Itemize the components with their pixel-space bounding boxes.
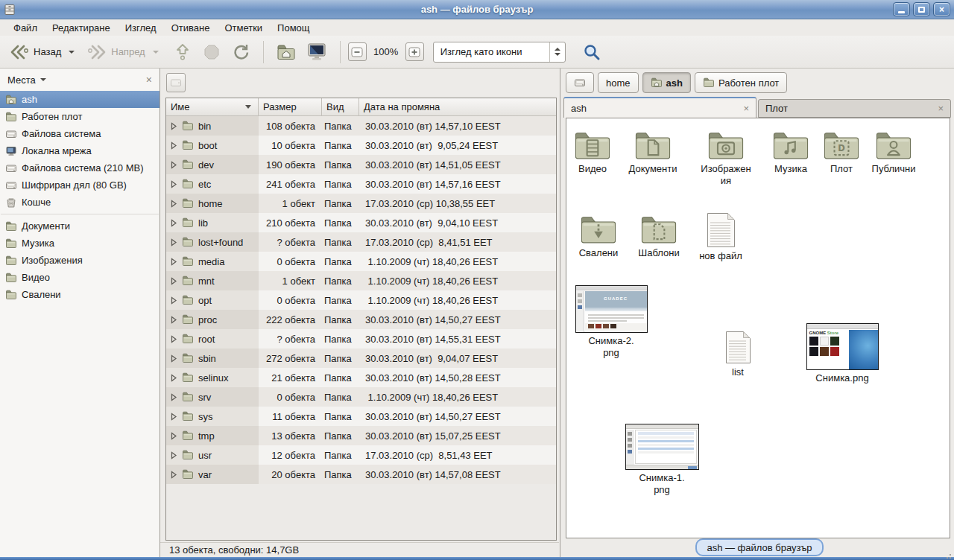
zoom-in-button[interactable] bbox=[405, 42, 424, 61]
sidebar-item[interactable]: Файлова система (210 MB) bbox=[0, 159, 159, 176]
menu-item[interactable]: Редактиране bbox=[45, 21, 118, 35]
expander-icon[interactable] bbox=[170, 141, 177, 150]
tab-close-icon[interactable]: × bbox=[933, 103, 944, 114]
table-row[interactable]: lost+found ? обекта Папка 17.03.2010 (ср… bbox=[166, 232, 556, 252]
stop-button[interactable] bbox=[198, 40, 226, 64]
forward-button[interactable]: Напред bbox=[82, 41, 150, 63]
taskbar-window-button[interactable]: ash — файлов браузър bbox=[695, 538, 824, 556]
expander-icon[interactable] bbox=[170, 161, 177, 169]
table-row[interactable]: sbin 272 обекта Папка 30.03.2010 (вт) 9,… bbox=[166, 349, 556, 368]
expander-icon[interactable] bbox=[170, 296, 177, 305]
home-button[interactable] bbox=[271, 40, 301, 64]
table-row[interactable]: media 0 обекта Папка 1.10.2009 (чт) 18,4… bbox=[166, 252, 556, 271]
place-icon bbox=[5, 162, 17, 174]
sidebar-item[interactable]: Документи bbox=[0, 217, 159, 235]
sidebar-item[interactable]: Музика bbox=[0, 235, 159, 252]
column-header-kind[interactable]: Вид bbox=[322, 98, 359, 115]
back-history-dropdown[interactable] bbox=[69, 51, 75, 54]
expander-icon[interactable] bbox=[170, 393, 177, 401]
minimize-button[interactable] bbox=[893, 2, 910, 16]
tab-close-icon[interactable]: × bbox=[739, 103, 749, 114]
expander-icon[interactable] bbox=[170, 374, 177, 382]
titlebar[interactable]: ash — файлов браузър × bbox=[0, 0, 954, 19]
expander-icon[interactable] bbox=[170, 451, 177, 459]
sidebar-item[interactable]: Видео bbox=[0, 269, 159, 286]
table-row[interactable]: opt 0 обекта Папка 1.10.2009 (чт) 18,40,… bbox=[166, 290, 556, 310]
table-row[interactable]: sys 11 обекта Папка 30.03.2010 (вт) 14,5… bbox=[166, 407, 556, 426]
icon-view[interactable]: Видео Документи Изображения Музика D Пло… bbox=[566, 118, 950, 538]
combo-spinner-icon[interactable] bbox=[549, 42, 565, 62]
table-row[interactable]: bin 108 обекта Папка 30.03.2010 (вт) 14,… bbox=[166, 116, 556, 136]
back-button[interactable]: Назад bbox=[4, 41, 66, 63]
table-row[interactable]: usr 12 обекта Папка 17.03.2010 (ср) 8,51… bbox=[166, 445, 556, 465]
breadcrumb-button[interactable]: home bbox=[598, 72, 639, 93]
sidebar-item[interactable]: Локална мрежа bbox=[0, 142, 159, 159]
resize-grip[interactable] bbox=[950, 554, 951, 556]
breadcrumb-button[interactable] bbox=[566, 72, 594, 93]
menu-item[interactable]: Отиване bbox=[164, 21, 218, 35]
table-row[interactable]: lib 210 обекта Папка 30.03.2010 (вт) 9,0… bbox=[166, 213, 556, 232]
expander-icon[interactable] bbox=[170, 413, 177, 421]
breadcrumb-button[interactable]: Работен плот bbox=[695, 72, 787, 93]
file-icon-item[interactable]: GNOME Store Снимка.png bbox=[797, 323, 887, 384]
file-icon-item[interactable]: Снимка-1.png bbox=[617, 424, 707, 497]
table-row[interactable]: root ? обекта Папка 30.03.2010 (вт) 14,5… bbox=[166, 329, 556, 349]
sidebar-item[interactable]: Работен плот bbox=[0, 108, 159, 125]
expander-icon[interactable] bbox=[170, 122, 177, 130]
menu-item[interactable]: Отметки bbox=[217, 21, 270, 35]
table-row[interactable]: home 1 обект Папка 17.03.2010 (ср) 10,38… bbox=[166, 194, 556, 213]
expander-icon[interactable] bbox=[170, 238, 177, 246]
sidebar-item[interactable]: Шифриран дял (80 GB) bbox=[0, 176, 159, 194]
expander-icon[interactable] bbox=[170, 180, 177, 188]
expander-icon[interactable] bbox=[170, 219, 177, 227]
expander-icon[interactable] bbox=[170, 316, 177, 324]
sidebar-item[interactable]: Файлова система bbox=[0, 125, 159, 142]
sidebar-item[interactable]: Изображения bbox=[0, 252, 159, 269]
column-header-size[interactable]: Размер bbox=[259, 98, 322, 115]
table-row[interactable]: etc 241 обекта Папка 30.03.2010 (вт) 14,… bbox=[166, 174, 556, 194]
maximize-button[interactable] bbox=[913, 2, 930, 16]
table-row[interactable]: mnt 1 обект Папка 1.10.2009 (чт) 18,40,2… bbox=[166, 271, 556, 290]
sidebar-item[interactable]: Кошче bbox=[0, 194, 159, 211]
table-row[interactable]: boot 10 обекта Папка 30.03.2010 (вт) 9,0… bbox=[166, 136, 556, 155]
sidebar-item[interactable]: Свалени bbox=[0, 286, 159, 303]
up-button[interactable] bbox=[168, 39, 198, 65]
menu-item[interactable]: Файл bbox=[6, 21, 45, 35]
menu-item[interactable]: Помощ bbox=[270, 21, 317, 35]
expander-icon[interactable] bbox=[170, 432, 177, 440]
table-row[interactable]: var 20 обекта Папка 30.03.2010 (вт) 14,5… bbox=[166, 465, 556, 484]
column-header-name[interactable]: Име bbox=[166, 98, 259, 115]
expander-icon[interactable] bbox=[170, 335, 177, 343]
zoom-out-button[interactable] bbox=[348, 42, 367, 61]
table-row[interactable]: selinux 21 обекта Папка 30.03.2010 (вт) … bbox=[166, 368, 556, 387]
file-icon-item[interactable]: Публични bbox=[849, 130, 938, 175]
breadcrumb-button[interactable]: ash bbox=[642, 72, 691, 93]
view-mode-select[interactable]: Изглед като икони bbox=[433, 42, 566, 63]
close-button[interactable]: × bbox=[933, 2, 950, 16]
expander-icon[interactable] bbox=[170, 258, 177, 266]
places-selector-caret-icon[interactable] bbox=[40, 78, 46, 81]
table-row[interactable]: dev 190 обекта Папка 30.03.2010 (вт) 14,… bbox=[166, 155, 556, 174]
sidebar-close-icon[interactable]: × bbox=[146, 74, 152, 86]
menu-item[interactable]: Изглед bbox=[118, 21, 164, 35]
root-location-button[interactable] bbox=[166, 73, 186, 92]
file-icon-item[interactable]: list bbox=[693, 331, 783, 378]
reload-button[interactable] bbox=[226, 39, 256, 65]
expander-icon[interactable] bbox=[170, 200, 177, 208]
sidebar-item[interactable]: ash bbox=[0, 91, 159, 108]
tab[interactable]: Плот × bbox=[758, 99, 951, 118]
tab[interactable]: ash × bbox=[563, 97, 756, 118]
places-selector[interactable]: Места bbox=[7, 74, 36, 86]
file-icon-item[interactable]: нов файл bbox=[676, 212, 765, 262]
computer-button[interactable] bbox=[301, 39, 332, 65]
expander-icon[interactable] bbox=[170, 354, 177, 363]
file-icon-item[interactable]: GUADEC Снимка-2.png bbox=[566, 285, 656, 360]
expander-icon[interactable] bbox=[170, 471, 177, 479]
expander-icon[interactable] bbox=[170, 277, 177, 285]
forward-history-dropdown[interactable] bbox=[153, 51, 159, 54]
table-row[interactable]: tmp 13 обекта Папка 30.03.2010 (вт) 15,0… bbox=[166, 426, 556, 445]
column-header-date[interactable]: Дата на промяна bbox=[359, 98, 556, 115]
table-row[interactable]: proc 222 обекта Папка 30.03.2010 (вт) 14… bbox=[166, 310, 556, 329]
search-button[interactable] bbox=[578, 40, 606, 64]
table-row[interactable]: srv 0 обекта Папка 1.10.2009 (чт) 18,40,… bbox=[166, 387, 556, 407]
